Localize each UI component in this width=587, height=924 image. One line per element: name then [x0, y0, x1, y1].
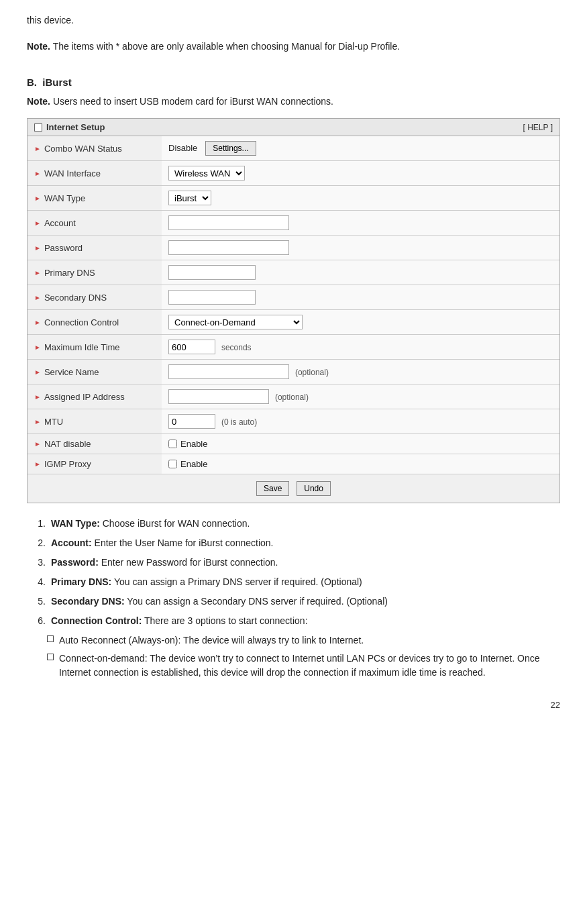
arrow-icon: ►: [34, 219, 41, 227]
button-row: Save Undo: [28, 474, 559, 503]
arrow-icon: ►: [34, 195, 41, 202]
service-name-optional: (optional): [295, 368, 329, 377]
primary-dns-input[interactable]: [168, 265, 256, 280]
table-row: ►Connection Control Connect-on-Demand Au…: [28, 310, 559, 335]
arrow-icon: ►: [34, 269, 41, 276]
label-secondary-dns: ►Secondary DNS: [28, 285, 162, 310]
setup-header: Internet Setup [ HELP ]: [28, 119, 559, 136]
value-mtu[interactable]: (0 is auto): [162, 409, 559, 434]
settings-button[interactable]: Settings...: [205, 141, 256, 156]
label-mtu: ►MTU: [28, 409, 162, 434]
help-label[interactable]: [ HELP ]: [523, 123, 553, 132]
value-igmp-proxy[interactable]: Enable: [162, 454, 559, 474]
list-item: 2. Account: Enter the User Name for iBur…: [34, 536, 560, 550]
arrow-icon: ►: [34, 368, 41, 376]
table-row: ►Primary DNS: [28, 260, 559, 285]
value-combo-wan-status: Disable Settings...: [162, 136, 559, 161]
arrow-icon: ►: [34, 460, 41, 468]
label-password: ►Password: [28, 236, 162, 260]
table-row: ►IGMP Proxy Enable: [28, 454, 559, 474]
list-item: Connect-on-demand: The device won’t try …: [47, 652, 560, 680]
value-connection-control[interactable]: Connect-on-Demand Auto Reconnect Connect…: [162, 310, 559, 335]
value-account[interactable]: [162, 211, 559, 236]
nat-disable-checkbox[interactable]: [168, 440, 177, 448]
value-password[interactable]: [162, 236, 559, 260]
password-input[interactable]: [168, 240, 289, 255]
arrow-icon: ►: [34, 418, 41, 425]
note2-text: Users need to insert USB modem card for …: [50, 96, 333, 107]
wan-interface-select[interactable]: Wireless WAN: [168, 166, 245, 181]
bullet-text: Connect-on-demand: The device won’t try …: [59, 652, 560, 680]
label-igmp-proxy: ►IGMP Proxy: [28, 454, 162, 474]
table-row: ►Maximum Idle Time seconds: [28, 335, 559, 360]
item-num: 3.: [34, 556, 46, 570]
note1: Note. The items with * above are only av…: [27, 40, 560, 54]
table-row: ►MTU (0 is auto): [28, 409, 559, 434]
wan-type-select[interactable]: iBurst: [168, 191, 211, 205]
value-secondary-dns[interactable]: [162, 285, 559, 310]
table-row: ►Service Name (optional): [28, 360, 559, 384]
arrow-icon: ►: [34, 344, 41, 351]
label-service-name: ►Service Name: [28, 360, 162, 384]
item-num: 2.: [34, 536, 46, 550]
table-row: ►Account: [28, 211, 559, 236]
arrow-icon: ►: [34, 244, 41, 252]
label-primary-dns: ►Primary DNS: [28, 260, 162, 285]
table-row: ►Password: [28, 236, 559, 260]
top-note: this device.: [27, 13, 560, 28]
note1-text: The items with * above are only availabl…: [50, 41, 400, 52]
note2: Note. Users need to insert USB modem car…: [27, 95, 560, 109]
account-input[interactable]: [168, 215, 289, 230]
label-account: ►Account: [28, 211, 162, 236]
item-text: Connection Control: There are 3 options …: [51, 614, 308, 628]
page-number: 22: [27, 700, 560, 710]
item-num: 6.: [34, 614, 46, 628]
undo-button[interactable]: Undo: [297, 481, 331, 496]
save-button[interactable]: Save: [256, 481, 289, 496]
igmp-proxy-checkbox[interactable]: [168, 460, 177, 468]
bullet-list: Auto Reconnect (Always-on): The device w…: [47, 633, 560, 680]
list-item: 3. Password: Enter new Password for iBur…: [34, 556, 560, 570]
value-primary-dns[interactable]: [162, 260, 559, 285]
setup-icon: [34, 123, 42, 132]
item-text: WAN Type: Choose iBurst for WAN connecti…: [51, 517, 250, 531]
note1-prefix: Note.: [27, 41, 50, 52]
list-item: 1. WAN Type: Choose iBurst for WAN conne…: [34, 517, 560, 531]
service-name-input[interactable]: [168, 364, 289, 379]
table-row: ►WAN Interface Wireless WAN: [28, 161, 559, 186]
secondary-dns-input[interactable]: [168, 290, 256, 305]
bullet-icon: [47, 635, 54, 642]
label-connection-control: ►Connection Control: [28, 310, 162, 335]
assigned-ip-input[interactable]: [168, 389, 269, 404]
item-text: Secondary DNS: You can assign a Secondar…: [51, 595, 388, 609]
value-wan-interface[interactable]: Wireless WAN: [162, 161, 559, 186]
value-max-idle-time[interactable]: seconds: [162, 335, 559, 360]
mtu-input[interactable]: [168, 414, 215, 429]
item-num: 4.: [34, 575, 46, 589]
value-service-name[interactable]: (optional): [162, 360, 559, 384]
label-assigned-ip: ►Assigned IP Address: [28, 384, 162, 409]
bullet-text: Auto Reconnect (Always-on): The device w…: [59, 633, 364, 648]
table-row: ►Secondary DNS: [28, 285, 559, 310]
nat-enable-label: Enable: [180, 439, 207, 449]
button-cell: Save Undo: [28, 474, 559, 503]
item-text: Password: Enter new Password for iBurst …: [51, 556, 278, 570]
value-wan-type[interactable]: iBurst: [162, 186, 559, 211]
item-text: Account: Enter the User Name for iBurst …: [51, 536, 273, 550]
bullet-icon: [47, 654, 54, 660]
section-b-title: B. iBurst: [27, 76, 560, 88]
item-num: 1.: [34, 517, 46, 531]
instructions-list: 1. WAN Type: Choose iBurst for WAN conne…: [27, 517, 560, 628]
value-nat-disable[interactable]: Enable: [162, 434, 559, 454]
value-assigned-ip[interactable]: (optional): [162, 384, 559, 409]
arrow-icon: ►: [34, 170, 41, 177]
max-idle-time-input[interactable]: [168, 340, 215, 354]
setup-header-left: Internet Setup: [34, 122, 105, 132]
setup-title: Internet Setup: [46, 122, 105, 132]
arrow-icon: ►: [34, 440, 41, 448]
connection-control-select[interactable]: Connect-on-Demand Auto Reconnect Connect…: [168, 315, 303, 329]
mtu-auto-label: (0 is auto): [221, 417, 257, 427]
item-text: Primary DNS: You can assign a Primary DN…: [51, 575, 362, 589]
arrow-icon: ►: [34, 319, 41, 326]
table-row: ►Assigned IP Address (optional): [28, 384, 559, 409]
